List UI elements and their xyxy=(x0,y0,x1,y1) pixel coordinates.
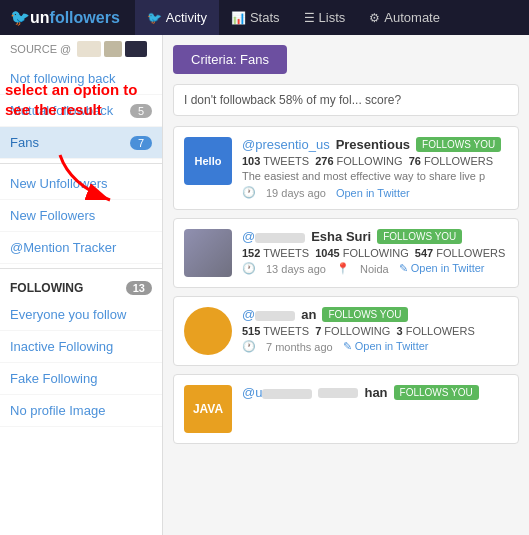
sidebar-item-everyone-you-follow[interactable]: Everyone you follow xyxy=(0,299,162,331)
sidebar-divider-1 xyxy=(0,163,162,164)
location-esha: Noida xyxy=(360,263,389,275)
sidebar-item-new-unfollowers[interactable]: New Unfollowers xyxy=(0,168,162,200)
sidebar-item-fans[interactable]: Fans 7 xyxy=(0,127,162,159)
sidebar-item-mutual-followback[interactable]: Mutual followback 5 xyxy=(0,95,162,127)
open-twitter-unknown[interactable]: ✎ Open in Twitter xyxy=(343,340,429,353)
app-logo: 🐦unfollowers xyxy=(10,8,120,27)
open-twitter-presentio[interactable]: Open in Twitter xyxy=(336,187,410,199)
info-box: I don't followback 58% of my fol... scor… xyxy=(173,84,519,116)
follows-badge-java: FOLLOWS YOU xyxy=(394,385,479,400)
card-body-java: @u han FOLLOWS YOU xyxy=(242,385,508,433)
card-body-unknown: @ an FOLLOWS YOU 515 TWEETS 7 FOLLOWING … xyxy=(242,307,508,355)
card-header-unknown: @ an FOLLOWS YOU xyxy=(242,307,508,322)
sidebar-item-fake-following[interactable]: Fake Following xyxy=(0,363,162,395)
name-unknown: an xyxy=(301,307,316,322)
sidebar-item-no-profile-image[interactable]: No profile Image xyxy=(0,395,162,427)
criteria-button[interactable]: Criteria: Fans xyxy=(173,45,287,74)
meta-unknown: 🕐 7 months ago ✎ Open in Twitter xyxy=(242,340,508,353)
name-presentio: Presentious xyxy=(336,137,410,152)
following-badge: 13 xyxy=(126,281,152,295)
logo-bird-icon: 🐦 xyxy=(10,9,30,26)
open-twitter-esha[interactable]: ✎ Open in Twitter xyxy=(399,262,485,275)
avatar-unknown xyxy=(184,307,232,355)
activity-card-esha: @ Esha Suri FOLLOWS YOU 152 TWEETS 1045 … xyxy=(173,218,519,288)
main-content: Criteria: Fans I don't followback 58% of… xyxy=(163,35,529,535)
sidebar-item-inactive-following[interactable]: Inactive Following xyxy=(0,331,162,363)
card-header-esha: @ Esha Suri FOLLOWS YOU xyxy=(242,229,508,244)
tab-automate[interactable]: ⚙ Automate xyxy=(357,0,452,35)
nav-tabs: 🐦 Activity 📊 Stats ☰ Lists ⚙ Automate xyxy=(135,0,452,35)
time-esha: 13 days ago xyxy=(266,263,326,275)
activity-card-presentio: Hello @presentio_us Presentious FOLLOWS … xyxy=(173,126,519,210)
tab-lists[interactable]: ☰ Lists xyxy=(292,0,358,35)
stats-presentio: 103 TWEETS 276 FOLLOWING 76 FOLLOWERS xyxy=(242,155,508,167)
source-label: SOURCE @ xyxy=(10,43,71,55)
follows-badge-presentio: FOLLOWS YOU xyxy=(416,137,501,152)
mutual-followback-badge: 5 xyxy=(130,104,152,118)
handle-unknown: @ xyxy=(242,307,295,322)
avatar-esha xyxy=(184,229,232,277)
follows-badge-esha: FOLLOWS YOU xyxy=(377,229,462,244)
clock-icon-esha: 🕐 xyxy=(242,262,256,275)
lists-icon: ☰ xyxy=(304,11,315,25)
source-bar-2 xyxy=(104,41,122,57)
desc-presentio: The easiest and most effective way to sh… xyxy=(242,170,508,182)
location-icon: 📍 xyxy=(336,262,350,275)
activity-card-unknown: @ an FOLLOWS YOU 515 TWEETS 7 FOLLOWING … xyxy=(173,296,519,366)
time-presentio: 19 days ago xyxy=(266,187,326,199)
sidebar-divider-2 xyxy=(0,268,162,269)
sidebar: select an option to see the result SOURC… xyxy=(0,35,163,535)
source-bar-1 xyxy=(77,41,101,57)
automate-icon: ⚙ xyxy=(369,11,380,25)
sidebar-item-mention-tracker[interactable]: @Mention Tracker xyxy=(0,232,162,264)
tab-activity[interactable]: 🐦 Activity xyxy=(135,0,219,35)
avatar-java: JAVA xyxy=(184,385,232,433)
stats-unknown: 515 TWEETS 7 FOLLOWING 3 FOLLOWERS xyxy=(242,325,508,337)
handle-java: @u xyxy=(242,385,312,400)
meta-esha: 🕐 13 days ago 📍 Noida ✎ Open in Twitter xyxy=(242,262,508,275)
handle-esha: @ xyxy=(242,229,305,244)
avatar-presentio: Hello xyxy=(184,137,232,185)
clock-icon: 🕐 xyxy=(242,186,256,199)
name-java: han xyxy=(364,385,387,400)
meta-presentio: 🕐 19 days ago Open in Twitter xyxy=(242,186,508,199)
sidebar-item-not-following-back[interactable]: Not following back xyxy=(0,63,162,95)
following-header: FOLLOWING 13 xyxy=(0,273,162,299)
activity-icon: 🐦 xyxy=(147,11,162,25)
clock-icon-unknown: 🕐 xyxy=(242,340,256,353)
activity-card-java: JAVA @u han FOLLOWS YOU xyxy=(173,374,519,444)
tab-stats[interactable]: 📊 Stats xyxy=(219,0,292,35)
sidebar-item-new-followers[interactable]: New Followers xyxy=(0,200,162,232)
name-esha: Esha Suri xyxy=(311,229,371,244)
stats-esha: 152 TWEETS 1045 FOLLOWING 547 FOLLOWERS xyxy=(242,247,508,259)
name-java-blur xyxy=(318,388,358,398)
card-header-java: @u han FOLLOWS YOU xyxy=(242,385,508,400)
fans-badge: 7 xyxy=(130,136,152,150)
main-layout: select an option to see the result SOURC… xyxy=(0,35,529,535)
source-bar-3 xyxy=(125,41,147,57)
time-unknown: 7 months ago xyxy=(266,341,333,353)
stats-icon: 📊 xyxy=(231,11,246,25)
handle-presentio: @presentio_us xyxy=(242,137,330,152)
card-header-presentio: @presentio_us Presentious FOLLOWS YOU xyxy=(242,137,508,152)
app-header: 🐦unfollowers 🐦 Activity 📊 Stats ☰ Lists … xyxy=(0,0,529,35)
follows-badge-unknown: FOLLOWS YOU xyxy=(322,307,407,322)
card-body-esha: @ Esha Suri FOLLOWS YOU 152 TWEETS 1045 … xyxy=(242,229,508,277)
source-row: SOURCE @ xyxy=(0,35,162,63)
card-body-presentio: @presentio_us Presentious FOLLOWS YOU 10… xyxy=(242,137,508,199)
